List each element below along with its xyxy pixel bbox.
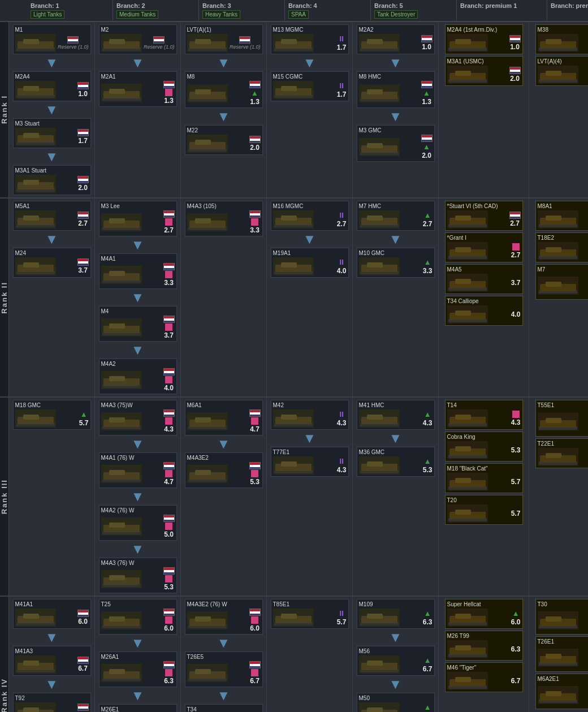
vehicle-M4A5[interactable]: M4A5 3.7 [445, 264, 523, 294]
branch1-rankI: M1 Reserve (1.0) ▼ M2A4 [9, 22, 95, 197]
vehicle-M3Lee[interactable]: M3 Lee 2.7 [99, 201, 177, 236]
vehicle-M7[interactable]: M7 3.0 [535, 264, 589, 300]
vehicle-M5A1[interactable]: M5A1 2.7 [13, 201, 91, 231]
vehicle-M36GMC[interactable]: M36 GMC ▲ 5.3 [357, 447, 435, 477]
vehicle-GrantI[interactable]: *Grant I 2.7 [445, 232, 523, 262]
vehicle-M19A1[interactable]: M19A1 II 4.0 [271, 248, 349, 278]
green-tri-icon: ▲ [424, 258, 431, 266]
vehicle-M24[interactable]: M24 3.7 [13, 248, 91, 278]
vehicle-T18E2[interactable]: T18E2 3.0 [535, 232, 589, 262]
vehicle-M4A1-76W[interactable]: M4A1 (76) W 4.7 [99, 452, 177, 488]
branch3-rankI: LVT(A)(1) Reserve (1.0) ▼ M8 [181, 22, 267, 197]
branchP2-rankIV: T30 6.3 T26E1 [529, 597, 588, 712]
us-flag-icon [77, 82, 89, 89]
vehicle-M26T99[interactable]: M26 T99 6.3 [445, 631, 523, 661]
vehicle-M6A2E1[interactable]: M6A2E1 6.7 [535, 674, 589, 709]
vehicle-M50[interactable]: M50 ▲ 6.7 [357, 693, 435, 712]
vehicle-M2[interactable]: M2 Reserve (1.0) [99, 24, 177, 54]
vehicle-T30[interactable]: T30 6.3 [535, 599, 589, 635]
vehicle-M41A1[interactable]: M41A1 6.0 [13, 599, 91, 629]
vehicle-M41HMC[interactable]: M41 HMC ▲ 4.3 [357, 400, 435, 430]
vehicle-M18GMC[interactable]: M18 GMC ▲ 5.7 [13, 400, 91, 430]
vehicle-M4A3-75W[interactable]: M4A3 (75)W 4.3 [99, 400, 177, 435]
vehicle-M8HMC[interactable]: M8 HMC ▲ 1.3 [357, 71, 435, 108]
vehicle-M3Stuart[interactable]: M3 Stuart 1.7 [13, 118, 91, 148]
rank-IV-label: Rank IV [0, 597, 9, 712]
vehicle-T22E1[interactable]: T22E1 5.3 [535, 438, 589, 468]
vehicle-M4A2[interactable]: M4A2 4.0 [99, 359, 177, 394]
rank-III-label: Rank III [0, 398, 9, 596]
vehicle-T34Calliope[interactable]: T34 Calliope 4.0 [445, 296, 523, 326]
vehicle-T26E5[interactable]: T26E5 6.7 [185, 651, 263, 687]
vehicle-M26E1[interactable]: M26E1 6.7 [99, 704, 177, 712]
vehicle-M46Tiger[interactable]: M46 "Tiger" 6.7 [445, 662, 523, 692]
vehicle-M6A1[interactable]: M6A1 4.7 [185, 400, 263, 435]
rank-IV-section: Rank IV M41A1 6.0 ▼ M41A3 [0, 597, 588, 712]
vehicle-LVTA4[interactable]: LVT(A)(4) 1.3 [535, 56, 589, 86]
vehicle-M2A4[interactable]: M2A4 1.0 [13, 71, 91, 101]
vehicle-M4A2-76W[interactable]: M4A2 (76) W 5.0 [99, 505, 177, 541]
vehicle-M109[interactable]: M109 ▲ 6.3 [357, 599, 435, 629]
branch2-rankI: M2 Reserve (1.0) ▼ M2A1 [95, 22, 181, 197]
vehicle-M8[interactable]: M8 ▲ 1.3 [185, 71, 263, 108]
arrow-down: ▼ [45, 150, 59, 163]
vehicle-M10GMC[interactable]: M10 GMC ▲ 3.3 [357, 248, 435, 278]
vehicle-M7HMC[interactable]: M7 HMC ▲ 2.7 [357, 201, 435, 231]
branch3-rankIII: M6A1 4.7 ▼ M4A3E2 [181, 398, 267, 596]
vehicle-M3A1USMC[interactable]: M3A1 (USMC) 2.0 [445, 56, 523, 86]
vehicle-T92[interactable]: T92 6.7 [13, 693, 91, 712]
vehicle-T85E1[interactable]: T85E1 II 5.7 [271, 599, 349, 629]
vehicle-M4A3-76W[interactable]: M4A3 (76) W 5.3 [99, 558, 177, 593]
vehicle-LVTA1[interactable]: LVT(A)(1) Reserve (1.0) [185, 24, 263, 54]
vehicle-M13MGMC[interactable]: M13 MGMC II 1.7 [271, 24, 349, 54]
vehicle-T25[interactable]: T25 6.0 [99, 599, 177, 635]
pink-badge-icon [165, 218, 172, 226]
branch3-rankIV: M4A3E2 (76) W 6.0 ▼ T26E5 [181, 597, 267, 712]
vehicle-T14[interactable]: T14 4.3 [445, 400, 523, 430]
pink-badge-icon [165, 669, 172, 676]
vehicle-T34[interactable]: T34 6.7 [185, 704, 263, 712]
vehicle-M4[interactable]: M4 3.7 [99, 306, 177, 342]
vehicle-M42[interactable]: M42 II 4.3 [271, 400, 349, 430]
vehicle-M4A3E2[interactable]: M4A3E2 5.3 [185, 452, 263, 488]
vehicle-M22[interactable]: M22 2.0 [185, 125, 263, 155]
vehicle-SuperHellcat[interactable]: Super Hellcat ▲ 6.0 [445, 599, 523, 629]
vehicle-M4A3E2-76W[interactable]: M4A3E2 (76) W 6.0 [185, 599, 263, 635]
vehicle-M4A1[interactable]: M4A1 3.3 [99, 253, 177, 289]
vehicle-M3A1Stuart[interactable]: M3A1 Stuart 2.0 [13, 165, 91, 195]
us-flag-icon [153, 36, 165, 44]
vehicle-T55E1[interactable]: T55E1 ▲ 4.3 [535, 400, 589, 437]
vehicle-M16MGMC[interactable]: M16 MGMC II 2.7 [271, 201, 349, 231]
vehicle-M56[interactable]: M56 ▲ 6.7 [357, 646, 435, 676]
pink-badge-icon [165, 323, 172, 331]
vehicle-T77E1[interactable]: T77E1 II 4.3 [271, 447, 349, 477]
arrow-down: ▼ [131, 636, 145, 650]
vehicle-T26E1[interactable]: T26E1 6.7 [535, 636, 589, 672]
vehicle-M2A1[interactable]: M2A1 1.3 [99, 71, 177, 107]
green-tri-icon: ▲ [424, 703, 431, 711]
vehicle-CobraKing[interactable]: Cobra King 5.3 [445, 431, 523, 461]
branch5-rankIV: M109 ▲ 6.3 ▼ M56 ▲ [353, 597, 439, 712]
vehicle-M18BlackCat[interactable]: M18 "Black Cat" 5.7 [445, 463, 523, 493]
arrow-down: ▼ [45, 56, 59, 70]
vehicle-M26A1[interactable]: M26A1 6.3 [99, 651, 177, 687]
vehicle-M2A2[interactable]: M2A2 1.0 [357, 24, 435, 54]
vehicle-StuartVI[interactable]: *Stuart VI (5th CAD) 2.7 [445, 201, 523, 231]
arrow-down: ▼ [131, 56, 145, 70]
green-tri-icon: ▲ [512, 609, 520, 618]
us-flag-icon [163, 263, 175, 270]
vehicle-M41A3[interactable]: M41A3 6.7 [13, 646, 91, 676]
vehicle-M2A4-1stArm[interactable]: M2A4 (1st Arm.Div.) 1.0 [445, 24, 523, 54]
page-header: Branch: 1 Light Tanks Branch: 2 Medium T… [0, 0, 588, 22]
rank-III-branches: M18 GMC ▲ 5.7 M4A3 (75)W [9, 398, 588, 596]
vehicle-M1[interactable]: M1 Reserve (1.0) [13, 24, 91, 54]
vehicle-M38[interactable]: M38 1.0 [535, 24, 589, 54]
vehicle-M3GMC[interactable]: M3 GMC ▲ 2.0 [357, 125, 435, 162]
vehicle-M15CGMC[interactable]: M15 CGMC II 1.7 [271, 71, 349, 101]
us-flag-icon [249, 409, 261, 417]
us-flag-icon [163, 210, 175, 218]
vehicle-M4A3-105[interactable]: M4A3 (105) 3.3 [185, 201, 263, 236]
vehicle-T20[interactable]: T20 5.7 [445, 495, 523, 525]
us-flag-icon [249, 136, 261, 143]
vehicle-M8A1[interactable]: M8A1 2.7 [535, 201, 589, 231]
